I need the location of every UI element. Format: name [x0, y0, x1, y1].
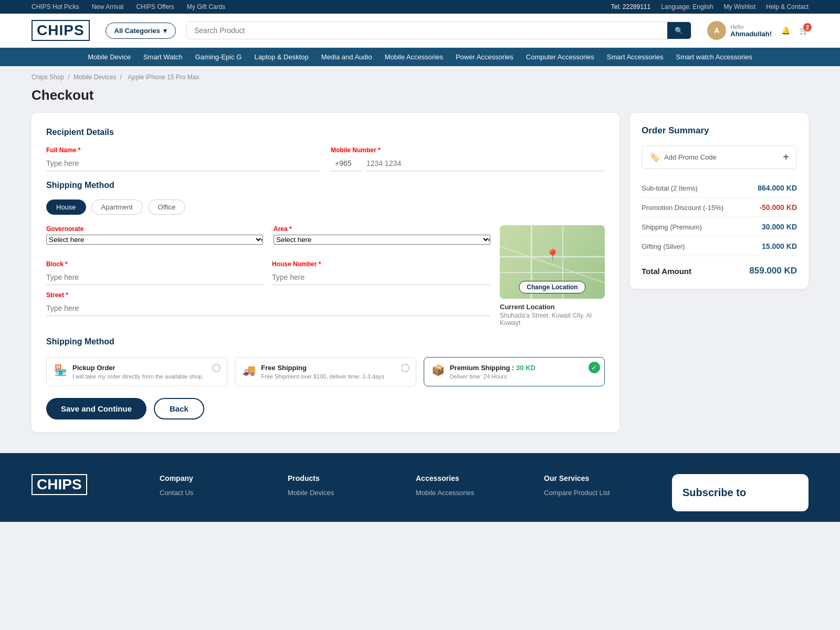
map-area: 📍 Change Location Current Location Shuha… [500, 225, 605, 327]
tab-office[interactable]: Office [148, 200, 186, 215]
header-icons: A Hello Ahmadullah! 🔔 🛒 2 [707, 21, 808, 40]
bell-icon[interactable]: 🔔 [781, 26, 790, 35]
footer-services-title: Our Services [544, 474, 651, 482]
cart-badge: 2 [803, 23, 812, 32]
footer-company-col: Company Contact Us [160, 474, 267, 511]
nav-computer-acc[interactable]: Computer Accessories [526, 53, 594, 61]
top-bar-link-offers[interactable]: CHIPS Offers [136, 3, 174, 10]
header: CHIPS All Categories ▾ 🔍 A Hello Ahmadul… [0, 14, 840, 48]
tab-house[interactable]: House [46, 200, 86, 215]
free-shipping-radio[interactable] [401, 364, 410, 372]
top-bar-language[interactable]: Language: English [661, 3, 713, 10]
full-name-input[interactable] [46, 156, 320, 171]
summary-line-shipping: Shipping (Premium) 30.000 KD [642, 217, 797, 237]
block-input[interactable] [46, 270, 265, 285]
nav-smart-acc[interactable]: Smart Accessories [607, 53, 664, 61]
footer-brand-col: CHIPS [32, 474, 139, 511]
delivery-options: 🏪 Pickup Order I will take my order dire… [46, 357, 605, 386]
delivery-card-free[interactable]: 🚚 Free Shipping Free Shipment over $100,… [235, 357, 416, 386]
logo[interactable]: CHIPS [32, 20, 90, 41]
delivery-card-pickup[interactable]: 🏪 Pickup Order I will take my order dire… [46, 357, 227, 386]
footer-contact-link[interactable]: Contact Us [160, 489, 267, 497]
top-bar-link-giftcards[interactable]: My Gift Cards [187, 3, 225, 10]
top-bar-wishlist[interactable]: My Wishlist [724, 3, 756, 10]
top-bar-link-hotpicks[interactable]: CHIPS Hot Picks [32, 3, 79, 10]
save-continue-button[interactable]: Save and Continue [46, 398, 146, 419]
top-bar-link-newarrival[interactable]: New Arrival [92, 3, 124, 10]
total-value: 859.000 KD [749, 266, 797, 276]
tab-apartment[interactable]: Apartment [91, 200, 143, 215]
footer: CHIPS Company Contact Us Products Mobile… [0, 453, 840, 522]
checkout-layout: Recipient Details Full Name * Mobile Num… [0, 113, 840, 453]
search-button[interactable]: 🔍 [667, 22, 691, 39]
phone-input[interactable] [366, 156, 605, 171]
area-group: Area * Select here ▾ [274, 225, 490, 245]
footer-accessories-col: Accessories Mobile Accessories [416, 474, 523, 511]
delivery-card-premium[interactable]: 📦 Premium Shipping : 30 KD Deliver time:… [424, 357, 605, 386]
nav-media[interactable]: Media and Audio [321, 53, 372, 61]
order-summary-title: Order Summary [642, 125, 797, 136]
street-group: Street * [46, 291, 490, 327]
current-location: Current Location Shuhada'a Street, Kuwai… [500, 303, 605, 327]
nav-gaming[interactable]: Gaming-Epic G [195, 53, 242, 61]
map-pin-icon: 📍 [545, 249, 560, 262]
top-bar-help[interactable]: Help & Contact [766, 3, 808, 10]
nav-mobile-acc[interactable]: Mobile Accessories [385, 53, 443, 61]
top-bar-links: CHIPS Hot Picks New Arrival CHIPS Offers… [32, 3, 225, 10]
nav-laptop[interactable]: Laptop & Desktop [254, 53, 308, 61]
recipient-details-title: Recipient Details [46, 128, 605, 137]
breadcrumb-chips[interactable]: Chips Shop [32, 74, 64, 81]
breadcrumb: Chips Shop / Mobile Devices / Apple iPho… [0, 66, 840, 84]
summary-line-gifting: Gifting (Silver) 15.000 KD [642, 237, 797, 256]
full-name-label: Full Name * [46, 146, 320, 154]
footer-company-title: Company [160, 474, 267, 482]
governorate-select[interactable]: Select here [46, 235, 263, 245]
summary-line-subtotal: Sub-total (2 Items) 864.000 KD [642, 178, 797, 198]
nav-mobile-device[interactable]: Mobile Device [88, 53, 131, 61]
address-map-row: Governorate Select here ▾ Area * [46, 225, 605, 327]
breadcrumb-mobile[interactable]: Mobile Devices [74, 74, 116, 81]
house-number-input[interactable] [272, 270, 490, 285]
search-bar: 🔍 [186, 22, 691, 39]
top-bar: CHIPS Hot Picks New Arrival CHIPS Offers… [0, 0, 840, 14]
premium-title: Premium Shipping : 30 KD [450, 364, 597, 372]
phone-prefix: +965 [331, 156, 362, 171]
area-select[interactable]: Select here [274, 235, 490, 245]
summary-total: Total Amount 859.000 KD [642, 258, 797, 276]
avatar: A [707, 21, 726, 40]
premium-check-icon: ✓ [589, 362, 600, 373]
summary-line-discount: Promotion Discount (-15%) -50.000 KD [642, 198, 797, 217]
gov-area-row: Governorate Select here ▾ Area * [46, 225, 490, 245]
footer-grid: CHIPS Company Contact Us Products Mobile… [32, 474, 808, 511]
footer-compare-link[interactable]: Compare Product List [544, 489, 651, 497]
street-input[interactable] [46, 301, 490, 316]
user-info: A Hello Ahmadullah! [707, 21, 772, 40]
categories-button[interactable]: All Categories ▾ [106, 23, 176, 39]
user-text: Hello Ahmadullah! [730, 24, 772, 38]
nav-smart-watch[interactable]: Smart Watch [143, 53, 183, 61]
delivery-title: Shipping Method [46, 337, 605, 346]
nav-power[interactable]: Power Accessories [456, 53, 513, 61]
block-house-row: Block * House Number * [46, 260, 490, 285]
promo-row[interactable]: 🏷️ Add Promo Code + [642, 145, 797, 169]
search-input[interactable] [187, 22, 667, 39]
free-shipping-icon: 🚚 [243, 364, 256, 376]
governorate-label: Governorate [46, 225, 263, 233]
back-button[interactable]: Back [154, 398, 204, 419]
nav-smartwatch-acc[interactable]: Smart watch Accessories [676, 53, 752, 61]
user-name: Ahmadullah! [730, 30, 772, 38]
cart-icon[interactable]: 🛒 2 [800, 26, 808, 35]
address-fields: Governorate Select here ▾ Area * [46, 225, 490, 327]
order-summary: Order Summary 🏷️ Add Promo Code + Sub-to… [630, 113, 808, 289]
footer-mobile-acc-link[interactable]: Mobile Accessories [416, 489, 523, 497]
change-location-button[interactable]: Change Location [519, 281, 585, 293]
page-title: Checkout [0, 84, 840, 113]
subscribe-title: Subscribe to [682, 487, 798, 499]
house-number-group: House Number * [272, 260, 490, 285]
footer-mobile-devices-link[interactable]: Mobile Devices [288, 489, 395, 497]
promo-plus-icon: + [783, 151, 789, 163]
current-location-title: Current Location [500, 303, 605, 311]
house-number-label: House Number * [272, 260, 490, 268]
breadcrumb-current: Apple iPhone 15 Pro Max [128, 74, 199, 81]
top-bar-right: Tel: 22289111 Language: English My Wishl… [611, 3, 808, 10]
